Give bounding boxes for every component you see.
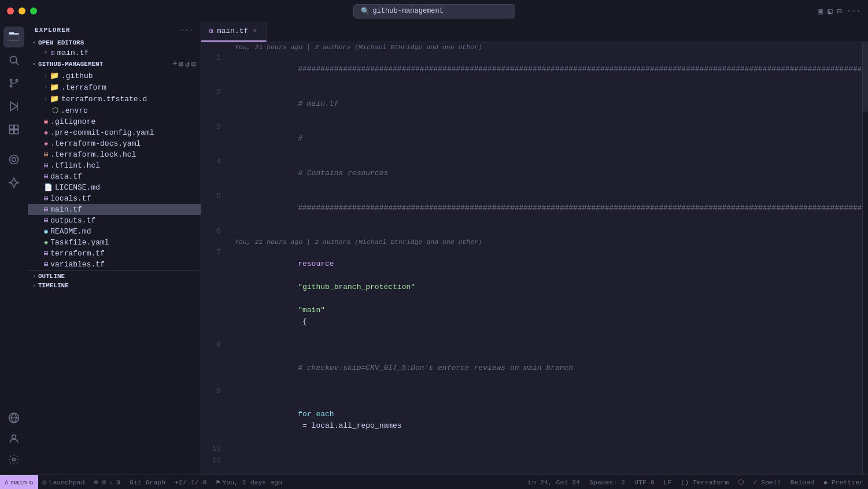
line-content-3: #: [230, 121, 862, 156]
minimap-thumb[interactable]: [863, 42, 868, 112]
code-line-3: 3 #: [201, 121, 862, 156]
timeline-header[interactable]: › TIMELINE: [28, 281, 201, 290]
refresh-icon[interactable]: ↺: [185, 60, 190, 69]
reload-text: Reload: [791, 479, 814, 486]
cloud-indicator[interactable]: ⬡: [733, 475, 748, 489]
blame-line-1: You, 21 hours ago | 2 authors (Michael E…: [201, 42, 862, 52]
folder-tfstate[interactable]: › 📁 terraform.tfstate.d: [28, 93, 201, 105]
hcl-file-icon: ⊟: [44, 161, 48, 170]
file-license[interactable]: 📄 LICENSE.md: [28, 182, 201, 193]
remote-activity-icon[interactable]: [3, 408, 24, 428]
svg-rect-10: [14, 125, 19, 129]
file-precommit[interactable]: ◈ .pre-commit-config.yaml: [28, 127, 201, 138]
changes-indicator[interactable]: +2/-1/-0: [170, 475, 211, 489]
svg-point-13: [10, 155, 19, 164]
gitlens-activity-icon[interactable]: [3, 149, 24, 170]
svg-rect-12: [14, 130, 19, 134]
sidebar-scroll[interactable]: ▾ OPEN EDITORS × ⊞ main.tf ▾ GITHUB-MANA…: [28, 38, 201, 475]
folder-icon: 📁: [50, 71, 59, 80]
file-name: Taskfile.yaml: [50, 238, 109, 247]
code-line-2: 2 # main.tf: [201, 87, 862, 121]
file-tflock[interactable]: ⊟ .terraform.lock.hcl: [28, 149, 201, 160]
spaces-indicator[interactable]: Spaces: 2: [585, 475, 630, 489]
source-control-activity-icon[interactable]: [3, 73, 24, 94]
open-editors-section[interactable]: ▾ OPEN EDITORS: [28, 38, 201, 47]
line-num-11: 11: [201, 455, 230, 466]
env-file-icon: ⬡: [52, 106, 58, 115]
maximize-button[interactable]: [30, 8, 37, 14]
settings-activity-icon[interactable]: [3, 449, 24, 470]
spell-indicator[interactable]: ✓ Spell: [748, 475, 785, 489]
outline-header[interactable]: › OUTLINE: [28, 272, 201, 281]
hash-text: ########################################…: [298, 203, 862, 212]
project-section-header[interactable]: ▾ GITHUB-MANAGEMENT + ⊞ ↺ ⊟: [28, 58, 201, 70]
line-ending-indicator[interactable]: LF: [659, 475, 677, 489]
file-envrc[interactable]: ⬡ .envrc: [28, 105, 201, 116]
git-file-icon: ◉: [44, 117, 48, 126]
account-activity-icon[interactable]: [3, 428, 24, 449]
blame-info[interactable]: ⚑ You, 2 days ago: [211, 475, 286, 489]
project-actions: + ⊞ ↺ ⊟: [173, 60, 196, 69]
editor-content[interactable]: You, 21 hours ago | 2 authors (Michael E…: [201, 42, 862, 475]
file-outputs[interactable]: ⊞ outputs.tf: [28, 215, 201, 226]
file-main-tf[interactable]: ⊞ main.tf: [28, 204, 201, 215]
more-icon[interactable]: ···: [847, 6, 861, 16]
launchpad-status[interactable]: ◎ Launchpad: [38, 475, 90, 489]
blame-text-2: You, 21 hours ago | 2 authors (Michael E…: [230, 237, 492, 247]
file-tflint[interactable]: ⊟ .tflint.hcl: [28, 160, 201, 171]
window-controls: [7, 8, 37, 14]
prettier-indicator[interactable]: ◆ Prettier: [819, 475, 868, 489]
position-indicator[interactable]: Ln 24, Col 34: [523, 475, 585, 489]
search-text: github-management: [373, 7, 444, 15]
close-button[interactable]: [7, 8, 14, 14]
file-gitignore[interactable]: ◉ .gitignore: [28, 116, 201, 127]
git-graph-button[interactable]: Git Graph: [125, 475, 170, 489]
reload-indicator[interactable]: Reload: [786, 475, 819, 489]
editor-body: You, 21 hours ago | 2 authors (Michael E…: [201, 42, 868, 475]
search-activity-icon[interactable]: [3, 50, 24, 71]
file-locals[interactable]: ⊞ locals.tf: [28, 193, 201, 204]
tab-main-tf[interactable]: ⊞ main.tf ×: [201, 22, 267, 42]
svg-line-2: [16, 62, 19, 65]
language-indicator[interactable]: () Terraform: [676, 475, 733, 489]
files-activity-icon[interactable]: [3, 27, 24, 47]
more-actions-button[interactable]: ···: [180, 27, 194, 34]
minimize-button[interactable]: [19, 8, 25, 14]
branch-indicator[interactable]: ⑃ main ↻: [0, 475, 38, 489]
new-file-icon[interactable]: +: [173, 60, 178, 69]
folder-chevron: ›: [44, 73, 47, 79]
launchpad-activity-icon[interactable]: [3, 172, 24, 193]
new-folder-icon[interactable]: ⊞: [179, 60, 184, 69]
file-variables[interactable]: ⊞ variables.tf: [28, 259, 201, 270]
minimap[interactable]: [862, 42, 868, 475]
folder-github[interactable]: › 📁 .github: [28, 70, 201, 82]
run-activity-icon[interactable]: [3, 96, 24, 117]
file-readme[interactable]: ◉ README.md: [28, 226, 201, 237]
titlebar-controls: ▣ ⬕ ⊟ ···: [818, 6, 861, 16]
language-text: () Terraform: [681, 479, 729, 486]
file-data-tf[interactable]: ⊞ data.tf: [28, 171, 201, 182]
panel-toggle-icon[interactable]: ⬕: [828, 6, 832, 16]
errors-indicator[interactable]: ⊗ 0 ⚠ 0: [90, 475, 125, 489]
file-tree: › 📁 .github › 📁 .terraform › 📁 terraform…: [28, 70, 201, 270]
encoding-indicator[interactable]: UTF-8: [630, 475, 659, 489]
tf-file-icon: ⊞: [44, 216, 48, 225]
file-type-icon: ⊞: [51, 49, 55, 57]
search-bar[interactable]: 🔍 github-management: [353, 4, 515, 18]
line-num-7: 7: [201, 247, 230, 258]
folder-terraform[interactable]: › 📁 .terraform: [28, 82, 201, 93]
hash-text: ########################################…: [298, 65, 862, 73]
file-taskfile[interactable]: ◈ Taskfile.yaml: [28, 237, 201, 248]
tf-file-icon: ⊞: [44, 172, 48, 181]
file-name: terraform.tf: [50, 249, 105, 258]
close-editor-icon[interactable]: ×: [44, 50, 47, 56]
tab-close-button[interactable]: ×: [252, 26, 258, 36]
file-terraform-tf[interactable]: ⊞ terraform.tf: [28, 248, 201, 259]
layout-icon[interactable]: ⊟: [837, 6, 841, 16]
outline-label: OUTLINE: [38, 273, 65, 280]
sidebar-toggle-icon[interactable]: ▣: [818, 6, 822, 16]
open-editor-main-tf[interactable]: × ⊞ main.tf: [28, 47, 201, 58]
collapse-icon[interactable]: ⊟: [191, 60, 196, 69]
extensions-activity-icon[interactable]: [3, 119, 24, 140]
file-tfdocs[interactable]: ◈ .terraform-docs.yaml: [28, 138, 201, 149]
